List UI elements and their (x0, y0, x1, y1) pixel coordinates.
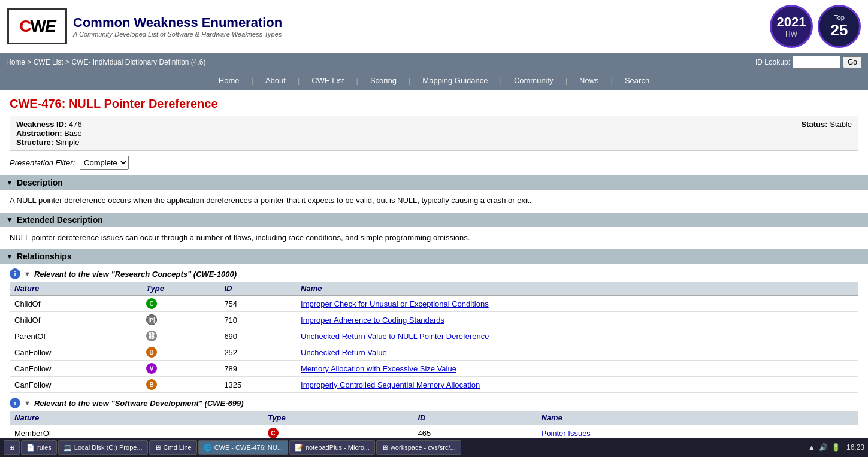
id-lookup-input[interactable] (793, 56, 840, 69)
badge-top25: Top 25 (818, 5, 861, 48)
abstraction-value: Base (64, 129, 82, 138)
badge-year: 2021 (777, 14, 806, 30)
description-header[interactable]: ▼ Description (0, 175, 868, 190)
type-icon: C (146, 298, 157, 309)
name-link[interactable]: Memory Allocation with Excessive Size Va… (301, 364, 456, 373)
col-name: Name (296, 282, 858, 296)
id-lookup-go-button[interactable]: Go (843, 56, 862, 68)
col-name: Name (536, 411, 858, 425)
structure-label: Structure: (16, 138, 53, 147)
extended-description-label: Extended Description (17, 215, 103, 225)
col-type: Type (141, 282, 219, 296)
weakness-id-value: 476 (69, 120, 82, 129)
taskbar-right: ▲ 🔊 🔋 16:23 (808, 443, 864, 452)
taskbar-notepad-icon: 📝 (295, 444, 303, 452)
taskbar-cmd[interactable]: 🖥 Cmd Line (149, 440, 197, 455)
breadcrumb-home[interactable]: Home (6, 58, 25, 66)
table-row: CanFollow V 789 Memory Allocation with E… (10, 361, 858, 377)
extended-description-header[interactable]: ▼ Extended Description (0, 213, 868, 227)
nav-home[interactable]: Home (207, 71, 252, 90)
col-type: Type (263, 411, 413, 425)
taskbar-cwe-browser[interactable]: 🌐 CWE - CWE-476: NU... (198, 440, 288, 455)
breadcrumb-cwe-list[interactable]: CWE List (34, 58, 63, 66)
start-button[interactable]: ⊞ (4, 440, 20, 455)
table-row: ParentOf ⛓ 690 Unchecked Return Value to… (10, 328, 858, 344)
name: Improper Adherence to Coding Standards (296, 312, 858, 328)
rel-view-2-title: Relevant to the view "Software Developme… (34, 399, 244, 408)
badges: 2021 HW Top 25 (770, 5, 861, 48)
type-icon: ⛓ (146, 331, 157, 341)
table-row: ChildOf C 754 Improper Check for Unusual… (10, 296, 858, 312)
name-link[interactable]: Unchecked Return Value to NULL Pointer D… (301, 332, 489, 341)
site-subtitle: A Community-Developed List of Software &… (73, 31, 282, 38)
description-arrow: ▼ (6, 178, 13, 187)
rel-view-2-arrow[interactable]: ▼ (24, 400, 31, 407)
nav-community[interactable]: Community (502, 71, 565, 90)
table-row: CanFollow B 252 Unchecked Return Value (10, 344, 858, 361)
relationships-header[interactable]: ▼ Relationships (0, 249, 868, 264)
weakness-id-label: Weakness ID: (16, 120, 66, 129)
structure-value: Simple (56, 138, 80, 147)
name-link[interactable]: Pointer Issues (541, 429, 590, 438)
relationships-arrow: ▼ (6, 252, 13, 261)
type: C (141, 296, 219, 312)
abstraction-label: Abstraction: (16, 129, 62, 138)
rel-view-2-info-icon[interactable]: i (10, 398, 20, 408)
type-icon: V (146, 363, 157, 374)
extended-description-text: NULL pointer dereference issues can occu… (10, 232, 858, 244)
nav-about[interactable]: About (253, 71, 298, 90)
nav-cwe-list[interactable]: CWE List (300, 71, 356, 90)
id: 754 (219, 296, 296, 312)
taskbar-local-disk-label: Local Disk (C:) Prope... (74, 444, 143, 451)
taskbar: ⊞ 📄 rules 💻 Local Disk (C:) Prope... 🖥 C… (0, 438, 868, 457)
id-lookup-label: ID Lookup: (755, 58, 790, 66)
badge-hw: HW (785, 30, 797, 38)
type: ⛓ (141, 328, 219, 344)
name-link[interactable]: Improper Check for Unusual or Exceptiona… (301, 299, 489, 308)
description-text: A NULL pointer dereference occurs when t… (10, 195, 858, 207)
nature: CanFollow (10, 361, 141, 377)
taskbar-time: 16:23 (846, 443, 864, 452)
nav-scoring[interactable]: Scoring (358, 71, 409, 90)
type-icon: C (268, 428, 279, 438)
abstraction-row: Abstraction: Base (16, 129, 82, 138)
logo-text: Common Weakness Enumeration A Community-… (73, 15, 282, 38)
network-icon: 🔊 (819, 443, 828, 452)
taskbar-local-disk[interactable]: 💻 Local Disk (C:) Prope... (58, 440, 148, 455)
relationships-label: Relationships (17, 252, 72, 261)
presentation-filter-select[interactable]: Complete Basic (80, 156, 129, 170)
extended-description-content: NULL pointer dereference issues can occu… (0, 227, 868, 249)
rel-view-1-arrow[interactable]: ▼ (24, 270, 31, 277)
taskbar-workspace[interactable]: 🖥 workspace - cvs/src/... (376, 440, 461, 455)
breadcrumb: Home > CWE List > CWE- Individual Dictio… (0, 53, 868, 71)
presentation-filter-row: Presentation Filter: Complete Basic (0, 151, 868, 174)
badge-num: 25 (831, 21, 848, 40)
col-nature: Nature (10, 282, 141, 296)
nature: CanFollow (10, 377, 141, 393)
description-label: Description (17, 178, 63, 187)
rel-table-1: Nature Type ID Name ChildOf C 754 Improp… (10, 282, 858, 393)
id: 710 (219, 312, 296, 328)
rel-view-1: i ▼ Relevant to the view "Research Conce… (10, 268, 858, 393)
nav-mapping[interactable]: Mapping Guidance (410, 71, 500, 90)
page-title: CWE-476: NULL Pointer Dereference (0, 90, 868, 116)
badge-2021: 2021 HW (770, 5, 813, 48)
name-link[interactable]: Improperly Controlled Sequential Memory … (301, 380, 480, 389)
name-link[interactable]: Unchecked Return Value (301, 348, 387, 357)
rel-view-1-info-icon[interactable]: i (10, 268, 20, 279)
type: B (141, 377, 219, 393)
type-icon: |P| (146, 314, 157, 325)
breadcrumb-sep2: > (65, 58, 71, 66)
nav-news[interactable]: News (567, 71, 611, 90)
nature: ParentOf (10, 328, 141, 344)
taskbar-rules[interactable]: 📄 rules (21, 440, 57, 455)
id: 252 (219, 344, 296, 361)
taskbar-notepad[interactable]: 📝 notepadPlus - Micro... (289, 440, 375, 455)
id-lookup: ID Lookup: Go (755, 56, 862, 69)
logo-c: C (19, 17, 30, 36)
sys-arrow-icon: ▲ (808, 443, 815, 452)
table-row: CanFollow B 1325 Improperly Controlled S… (10, 377, 858, 393)
nature: CanFollow (10, 344, 141, 361)
nav-search[interactable]: Search (613, 71, 661, 90)
name-link[interactable]: Improper Adherence to Coding Standards (301, 316, 444, 325)
